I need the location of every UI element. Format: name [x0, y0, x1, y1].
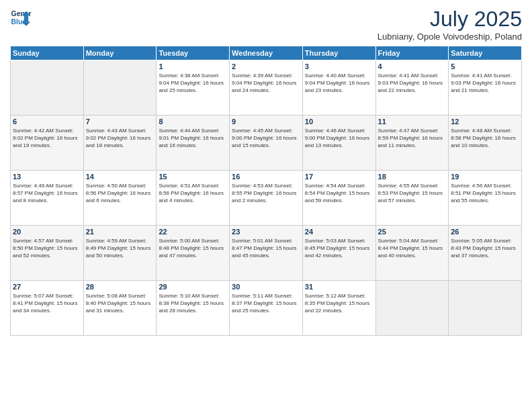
table-row: 22Sunrise: 5:00 AM Sunset: 8:48 PM Dayli… [157, 226, 230, 281]
day-info: Sunrise: 4:47 AM Sunset: 8:59 PM Dayligh… [378, 127, 447, 150]
table-row: 31Sunrise: 5:12 AM Sunset: 8:35 PM Dayli… [302, 281, 375, 336]
table-row: 23Sunrise: 5:01 AM Sunset: 8:47 PM Dayli… [230, 226, 303, 281]
table-row [375, 281, 449, 336]
day-info: Sunrise: 4:38 AM Sunset: 9:04 PM Dayligh… [159, 72, 227, 95]
day-info: Sunrise: 5:04 AM Sunset: 8:44 PM Dayligh… [378, 237, 447, 260]
day-info: Sunrise: 4:41 AM Sunset: 9:03 PM Dayligh… [451, 72, 519, 95]
day-info: Sunrise: 4:40 AM Sunset: 9:04 PM Dayligh… [305, 72, 373, 95]
day-number: 20 [13, 228, 81, 236]
title-section: July 2025 Lubniany, Opole Voivodeship, P… [378, 7, 522, 42]
header-friday: Friday [375, 46, 449, 60]
calendar-row: 27Sunrise: 5:07 AM Sunset: 8:41 PM Dayli… [11, 281, 522, 336]
day-info: Sunrise: 4:39 AM Sunset: 9:04 PM Dayligh… [232, 72, 300, 95]
day-number: 4 [378, 62, 447, 71]
day-info: Sunrise: 4:41 AM Sunset: 9:03 PM Dayligh… [378, 72, 447, 95]
table-row: 12Sunrise: 4:48 AM Sunset: 8:58 PM Dayli… [449, 116, 522, 171]
day-info: Sunrise: 4:56 AM Sunset: 8:51 PM Dayligh… [451, 182, 519, 205]
day-number: 23 [232, 228, 300, 236]
logo: General Blue [10, 7, 32, 28]
weekday-header-row: Sunday Monday Tuesday Wednesday Thursday… [11, 46, 522, 60]
day-info: Sunrise: 4:45 AM Sunset: 9:00 PM Dayligh… [232, 127, 300, 150]
table-row: 28Sunrise: 5:08 AM Sunset: 8:40 PM Dayli… [83, 281, 157, 336]
table-row: 2Sunrise: 4:39 AM Sunset: 9:04 PM Daylig… [230, 60, 303, 116]
header-monday: Monday [83, 46, 157, 60]
table-row: 30Sunrise: 5:11 AM Sunset: 8:37 PM Dayli… [230, 281, 303, 336]
day-info: Sunrise: 4:43 AM Sunset: 9:02 PM Dayligh… [86, 127, 154, 150]
day-info: Sunrise: 4:49 AM Sunset: 8:57 PM Dayligh… [13, 182, 81, 205]
day-number: 3 [305, 62, 373, 71]
day-number: 28 [86, 283, 154, 291]
table-row: 19Sunrise: 4:56 AM Sunset: 8:51 PM Dayli… [449, 171, 522, 226]
day-info: Sunrise: 4:59 AM Sunset: 8:49 PM Dayligh… [86, 237, 154, 260]
day-number: 10 [305, 118, 373, 126]
day-number: 15 [159, 173, 227, 181]
day-info: Sunrise: 4:57 AM Sunset: 8:50 PM Dayligh… [13, 237, 81, 260]
logo-icon: General Blue [10, 7, 32, 28]
day-number: 12 [451, 118, 519, 126]
day-number: 5 [451, 62, 519, 71]
table-row: 16Sunrise: 4:53 AM Sunset: 8:55 PM Dayli… [230, 171, 303, 226]
day-info: Sunrise: 5:12 AM Sunset: 8:35 PM Dayligh… [305, 292, 373, 315]
table-row: 3Sunrise: 4:40 AM Sunset: 9:04 PM Daylig… [302, 60, 375, 116]
day-number: 16 [232, 173, 300, 181]
day-number: 2 [232, 62, 300, 71]
day-number: 29 [159, 283, 227, 291]
table-row: 11Sunrise: 4:47 AM Sunset: 8:59 PM Dayli… [375, 116, 449, 171]
calendar-table: Sunday Monday Tuesday Wednesday Thursday… [10, 46, 522, 336]
header-wednesday: Wednesday [230, 46, 303, 60]
day-info: Sunrise: 4:48 AM Sunset: 8:58 PM Dayligh… [451, 127, 519, 150]
day-number: 14 [86, 173, 154, 181]
header-saturday: Saturday [449, 46, 522, 60]
calendar-row: 6Sunrise: 4:42 AM Sunset: 9:02 PM Daylig… [11, 116, 522, 171]
table-row: 10Sunrise: 4:46 AM Sunset: 9:00 PM Dayli… [302, 116, 375, 171]
table-row [83, 60, 157, 116]
day-info: Sunrise: 4:50 AM Sunset: 8:56 PM Dayligh… [86, 182, 154, 205]
table-row: 5Sunrise: 4:41 AM Sunset: 9:03 PM Daylig… [449, 60, 522, 116]
day-number: 18 [378, 173, 447, 181]
header-thursday: Thursday [302, 46, 375, 60]
month-title: July 2025 [378, 7, 522, 32]
table-row: 1Sunrise: 4:38 AM Sunset: 9:04 PM Daylig… [157, 60, 230, 116]
day-number: 1 [159, 62, 227, 71]
page-header: General Blue July 2025 Lubniany, Opole V… [10, 7, 522, 42]
header-sunday: Sunday [11, 46, 84, 60]
table-row [11, 60, 84, 116]
location: Lubniany, Opole Voivodeship, Poland [378, 32, 522, 42]
day-info: Sunrise: 4:44 AM Sunset: 9:01 PM Dayligh… [159, 127, 227, 150]
day-number: 8 [159, 118, 227, 126]
table-row: 9Sunrise: 4:45 AM Sunset: 9:00 PM Daylig… [230, 116, 303, 171]
day-number: 7 [86, 118, 154, 126]
day-info: Sunrise: 5:11 AM Sunset: 8:37 PM Dayligh… [232, 292, 300, 315]
table-row: 27Sunrise: 5:07 AM Sunset: 8:41 PM Dayli… [11, 281, 84, 336]
day-number: 26 [451, 228, 519, 236]
calendar-row: 20Sunrise: 4:57 AM Sunset: 8:50 PM Dayli… [11, 226, 522, 281]
day-info: Sunrise: 4:46 AM Sunset: 9:00 PM Dayligh… [305, 127, 373, 150]
day-info: Sunrise: 5:08 AM Sunset: 8:40 PM Dayligh… [86, 292, 154, 315]
day-number: 13 [13, 173, 81, 181]
day-info: Sunrise: 5:03 AM Sunset: 8:45 PM Dayligh… [305, 237, 373, 260]
day-number: 9 [232, 118, 300, 126]
day-number: 19 [451, 173, 519, 181]
day-info: Sunrise: 4:42 AM Sunset: 9:02 PM Dayligh… [13, 127, 81, 150]
table-row: 21Sunrise: 4:59 AM Sunset: 8:49 PM Dayli… [83, 226, 157, 281]
table-row: 18Sunrise: 4:55 AM Sunset: 8:53 PM Dayli… [375, 171, 449, 226]
day-number: 6 [13, 118, 81, 126]
day-number: 31 [305, 283, 373, 291]
day-number: 11 [378, 118, 447, 126]
table-row: 20Sunrise: 4:57 AM Sunset: 8:50 PM Dayli… [11, 226, 84, 281]
table-row [449, 281, 522, 336]
table-row: 24Sunrise: 5:03 AM Sunset: 8:45 PM Dayli… [302, 226, 375, 281]
table-row: 17Sunrise: 4:54 AM Sunset: 8:54 PM Dayli… [302, 171, 375, 226]
day-info: Sunrise: 4:53 AM Sunset: 8:55 PM Dayligh… [232, 182, 300, 205]
table-row: 15Sunrise: 4:51 AM Sunset: 8:56 PM Dayli… [157, 171, 230, 226]
day-number: 21 [86, 228, 154, 236]
day-info: Sunrise: 5:05 AM Sunset: 8:43 PM Dayligh… [451, 237, 519, 260]
table-row: 7Sunrise: 4:43 AM Sunset: 9:02 PM Daylig… [83, 116, 157, 171]
table-row: 26Sunrise: 5:05 AM Sunset: 8:43 PM Dayli… [449, 226, 522, 281]
day-number: 24 [305, 228, 373, 236]
calendar-row: 13Sunrise: 4:49 AM Sunset: 8:57 PM Dayli… [11, 171, 522, 226]
header-tuesday: Tuesday [157, 46, 230, 60]
day-info: Sunrise: 5:00 AM Sunset: 8:48 PM Dayligh… [159, 237, 227, 260]
day-info: Sunrise: 5:10 AM Sunset: 8:38 PM Dayligh… [159, 292, 227, 315]
calendar-row: 1Sunrise: 4:38 AM Sunset: 9:04 PM Daylig… [11, 60, 522, 116]
